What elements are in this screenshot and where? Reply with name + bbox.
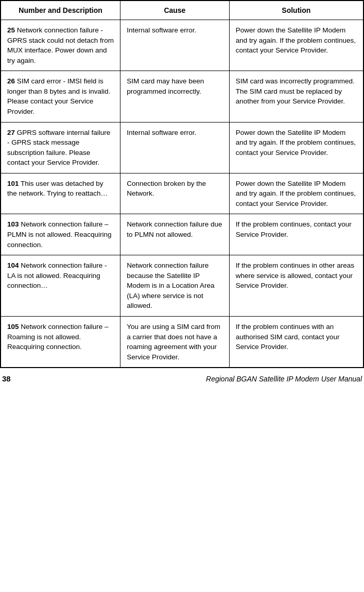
- header-solution: Solution: [229, 1, 363, 20]
- page-footer: 38 Regional BGAN Satellite IP Modem User…: [0, 368, 364, 383]
- cell-solution: If the problem continues, contact your S…: [229, 214, 363, 255]
- table-header-row: Number and Description Cause Solution: [1, 1, 363, 20]
- cell-number-description: 103 Network connection failure – PLMN is…: [1, 214, 120, 255]
- cell-number-description: 105 Network connection failure – Roaming…: [1, 316, 120, 368]
- error-number: 25: [7, 26, 15, 34]
- cell-number-description: 27 GPRS software internal failure - GPRS…: [1, 122, 120, 173]
- table-row: 25 Network connection failure - GPRS sta…: [1, 20, 363, 71]
- footer-title: Regional BGAN Satellite IP Modem User Ma…: [206, 375, 362, 383]
- cell-number-description: 104 Network connection failure - LA is n…: [1, 255, 120, 317]
- header-cause: Cause: [120, 1, 230, 20]
- error-number: 105: [7, 323, 19, 330]
- page-wrapper: Number and Description Cause Solution 25…: [0, 0, 364, 398]
- cell-cause: Connection broken by the Network.: [120, 173, 230, 214]
- cell-number-description: 26 SIM card error - IMSI field is longer…: [1, 71, 120, 122]
- error-number: 26: [7, 77, 15, 85]
- cell-cause: Internal software error.: [120, 20, 230, 71]
- cell-solution: Power down the Satellite IP Modem and tr…: [229, 122, 363, 173]
- table-row: 27 GPRS software internal failure - GPRS…: [1, 122, 363, 173]
- cell-number-description: 101 This user was detached by the networ…: [1, 173, 120, 214]
- table-row: 103 Network connection failure – PLMN is…: [1, 214, 363, 255]
- cell-cause: Internal software error.: [120, 122, 230, 173]
- table-row: 105 Network connection failure – Roaming…: [1, 316, 363, 368]
- cell-cause: You are using a SIM card from a carrier …: [120, 316, 230, 368]
- cell-solution: If the problem continues with an authori…: [229, 316, 363, 368]
- table-row: 101 This user was detached by the networ…: [1, 173, 363, 214]
- table-row: 26 SIM card error - IMSI field is longer…: [1, 71, 363, 122]
- main-table: Number and Description Cause Solution 25…: [0, 0, 364, 368]
- cell-solution: If the problem continues in other areas …: [229, 255, 363, 317]
- cell-number-description: 25 Network connection failure - GPRS sta…: [1, 20, 120, 71]
- error-number: 27: [7, 129, 15, 136]
- cell-cause: Network connection failure because the S…: [120, 255, 230, 317]
- cell-solution: SIM card was incorrectly programmed. The…: [229, 71, 363, 122]
- header-number: Number and Description: [1, 1, 120, 20]
- table-row: 104 Network connection failure - LA is n…: [1, 255, 363, 317]
- cell-cause: Network connection failure due to PLMN n…: [120, 214, 230, 255]
- cell-cause: SIM card may have been programmed incorr…: [120, 71, 230, 122]
- error-number: 104: [7, 262, 19, 269]
- error-number: 103: [7, 220, 19, 228]
- cell-solution: Power down the Satellite IP Modem and tr…: [229, 20, 363, 71]
- error-number: 101: [7, 180, 19, 187]
- cell-solution: Power down the Satellite IP Modem and tr…: [229, 173, 363, 214]
- page-number: 38: [2, 374, 11, 383]
